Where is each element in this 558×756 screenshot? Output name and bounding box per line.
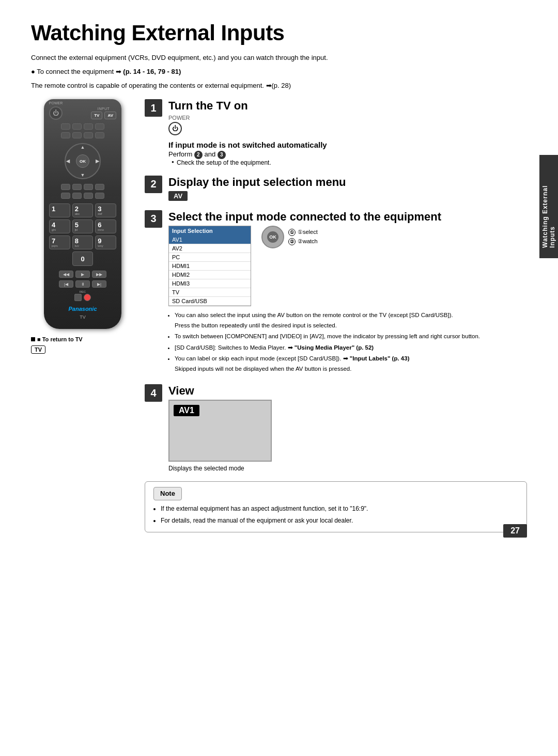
input-label: INPUT: [98, 107, 110, 111]
tv-av-buttons: TV AV: [91, 112, 116, 119]
step-3-badge: 3: [145, 210, 162, 228]
table-row-hdmi1[interactable]: HDMI1: [169, 262, 251, 271]
step-3: 3 Select the input mode connected to the…: [145, 210, 527, 375]
small-btn-2[interactable]: [72, 123, 82, 130]
prev-btn[interactable]: |◀: [59, 280, 73, 288]
table-row-pc[interactable]: PC: [169, 253, 251, 262]
num-btn-5[interactable]: 5jkl: [72, 219, 94, 233]
num-btn-4[interactable]: 4ghi: [49, 219, 70, 233]
ok-button[interactable]: OK: [76, 154, 89, 168]
remote-row-4: [49, 193, 116, 199]
transport-row-1: ◀◀ ▶ ▶▶: [49, 271, 116, 278]
note-bullet-2: For details, read the manual of the equi…: [161, 515, 518, 526]
dpad-left[interactable]: ◀: [66, 159, 70, 164]
dpad: ▲ ▼ ◀ ▶ OK: [65, 143, 101, 179]
remote-row-1: [49, 123, 116, 130]
num-btn-8[interactable]: 8tuv: [72, 235, 94, 249]
av-button[interactable]: AV: [104, 112, 116, 119]
content-area: POWER ⏻ INPUT TV AV: [31, 99, 527, 532]
step-1-bullet: Check the setup of the equipment.: [177, 159, 527, 166]
step-3-inner: Input Selection AV1 AV2 PC HDMI1 HDMI2 H…: [168, 226, 527, 306]
brand-logo: Panasonic: [68, 306, 97, 312]
small-btn-14[interactable]: [72, 193, 82, 199]
dpad-up[interactable]: ▲: [81, 145, 85, 150]
small-btn-12[interactable]: [95, 184, 104, 190]
small-btn-15[interactable]: [84, 193, 93, 199]
if-mode-title: If input mode is not switched automatica…: [168, 140, 527, 149]
intro-text-1: Connect the external equipment (VCRs, DV…: [31, 53, 527, 64]
num-btn-2[interactable]: 2abc: [72, 203, 94, 217]
num-btn-0[interactable]: 0: [72, 251, 94, 266]
bullet-4: You can label or skip each input mode (e…: [175, 354, 527, 374]
table-row-sdcard[interactable]: SD Card/USB: [169, 297, 251, 306]
ok-inner: OK: [267, 231, 278, 243]
table-row-hdmi3[interactable]: HDMI3: [169, 279, 251, 288]
remote-row-3: [49, 184, 116, 190]
step-4-content: View AV1 Displays the selected mode: [168, 384, 527, 472]
circle-1: ①: [288, 229, 296, 236]
stop-btn[interactable]: [74, 294, 82, 301]
fastforward-btn[interactable]: ▶▶: [92, 271, 106, 278]
note-bullets: If the external equipment has an aspect …: [153, 503, 518, 526]
intro-text-3: The remote control is capable of operati…: [31, 81, 527, 91]
transport-row-2: |◀ ⏸ ▶|: [49, 280, 116, 288]
power-button[interactable]: ⏻: [49, 106, 63, 120]
small-btn-11[interactable]: [84, 184, 93, 190]
power-button-icon[interactable]: ⏻: [168, 122, 182, 135]
step-1-title: Turn the TV on: [168, 99, 527, 113]
tv-button[interactable]: TV: [91, 112, 102, 119]
return-tv-text: ■ To return to TV: [31, 336, 134, 342]
remote-top-row: POWER ⏻ INPUT TV AV: [49, 106, 116, 120]
num-btn-9[interactable]: 9wxy: [95, 235, 116, 249]
num-btn-7[interactable]: 7pqrs: [49, 235, 70, 249]
step-1-content: Turn the TV on POWER ⏻ If input mode is …: [168, 99, 527, 166]
small-btn-4[interactable]: [95, 123, 104, 130]
page: Watching External Inputs Connect the ext…: [0, 0, 558, 553]
small-btn-8[interactable]: [95, 132, 104, 138]
remote-column: POWER ⏻ INPUT TV AV: [31, 99, 140, 532]
step-3-title: Select the input mode connected to the e…: [168, 210, 527, 224]
table-row-av2[interactable]: AV2: [169, 244, 251, 253]
num-btn-1[interactable]: 1: [49, 203, 70, 217]
ok-circle[interactable]: OK: [261, 226, 284, 248]
table-row-tv[interactable]: TV: [169, 288, 251, 297]
watch-label: ② ②watch: [288, 238, 318, 245]
rec-label: REC: [80, 290, 86, 293]
note-title: Note: [153, 487, 182, 500]
bullet-3: [SD Card/USB]: Switches to Media Player.…: [175, 343, 527, 353]
step-2-badge: 2: [145, 176, 162, 193]
small-btn-10[interactable]: [72, 184, 82, 190]
table-row-av1[interactable]: AV1: [169, 235, 251, 244]
small-btn-7[interactable]: [84, 132, 93, 138]
steps-column: 1 Turn the TV on POWER ⏻ If input mode i…: [140, 99, 527, 532]
small-btn-6[interactable]: [72, 132, 82, 138]
small-btn-13[interactable]: [61, 193, 70, 199]
side-label: Watching External Inputs: [539, 155, 558, 258]
av-badge[interactable]: AV: [168, 191, 188, 201]
num-btn-3[interactable]: 3def: [95, 203, 116, 217]
small-btn-9[interactable]: [61, 184, 70, 190]
step-4: 4 View AV1 Displays the selected mode: [145, 384, 527, 472]
input-selection-table: Input Selection AV1 AV2 PC HDMI1 HDMI2 H…: [168, 226, 251, 306]
perform-num-3: 3: [218, 151, 226, 159]
bullet-1: You can also select the input using the …: [175, 310, 527, 330]
play-btn[interactable]: ▶: [75, 271, 90, 278]
small-btn-5[interactable]: [61, 132, 70, 138]
step-2-title: Display the input selection menu: [168, 176, 527, 189]
black-square-icon: [31, 337, 35, 341]
small-btn-3[interactable]: [84, 123, 93, 130]
next-btn[interactable]: ▶|: [92, 280, 106, 288]
pause-btn[interactable]: ⏸: [75, 280, 90, 288]
step-3-content: Select the input mode connected to the e…: [168, 210, 527, 375]
rewind-btn[interactable]: ◀◀: [59, 271, 73, 278]
dpad-down[interactable]: ▼: [81, 172, 85, 178]
num-btn-6[interactable]: 6mno: [95, 219, 116, 233]
table-header: Input Selection: [169, 226, 251, 235]
small-btn-16[interactable]: [95, 193, 104, 199]
table-row-hdmi2[interactable]: HDMI2: [169, 271, 251, 279]
small-btn-1[interactable]: [61, 123, 70, 130]
rec-row: REC: [49, 290, 116, 301]
tv-badge[interactable]: TV: [31, 345, 45, 354]
record-btn[interactable]: [84, 294, 91, 301]
dpad-right[interactable]: ▶: [96, 159, 99, 164]
